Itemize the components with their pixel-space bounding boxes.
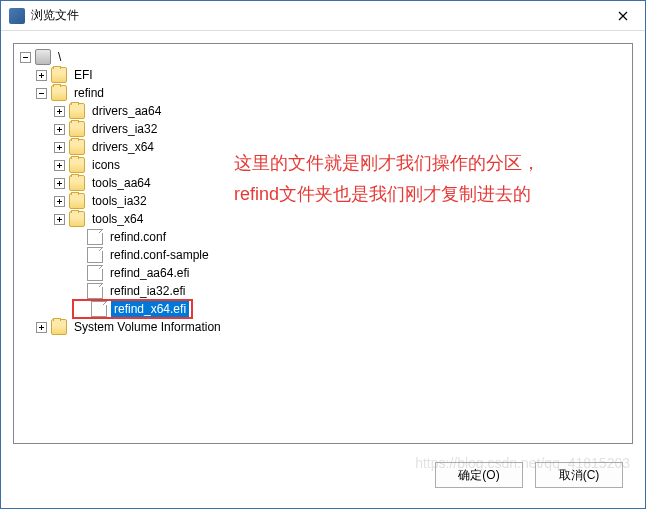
spacer — [72, 232, 83, 243]
tree-label: drivers_x64 — [89, 139, 157, 155]
tree-file[interactable]: refind.conf-sample — [18, 246, 628, 264]
tree-label: refind_x64.efi — [111, 301, 189, 317]
tree-label: tools_ia32 — [89, 193, 150, 209]
file-icon — [87, 265, 103, 281]
folder-icon — [51, 67, 67, 83]
tree-panel: \ EFI refind drivers_aa64 drivers_ia3 — [13, 43, 633, 444]
file-icon — [91, 301, 107, 317]
expand-icon[interactable] — [54, 196, 65, 207]
tree-label: icons — [89, 157, 123, 173]
tree-label: drivers_ia32 — [89, 121, 160, 137]
expand-icon[interactable] — [54, 160, 65, 171]
folder-icon — [69, 139, 85, 155]
spacer — [72, 250, 83, 261]
close-button[interactable] — [600, 1, 645, 31]
folder-icon — [69, 121, 85, 137]
file-icon — [87, 229, 103, 245]
tree-file[interactable]: refind.conf — [18, 228, 628, 246]
spacer — [76, 304, 87, 315]
tree-label: refind — [71, 85, 107, 101]
window-title: 浏览文件 — [31, 7, 79, 24]
tree-folder-svi[interactable]: System Volume Information — [18, 318, 628, 336]
folder-icon — [51, 319, 67, 335]
expand-icon[interactable] — [54, 124, 65, 135]
expand-icon[interactable] — [54, 142, 65, 153]
tree-label: tools_aa64 — [89, 175, 154, 191]
tree-folder-efi[interactable]: EFI — [18, 66, 628, 84]
close-icon — [618, 11, 628, 21]
tree-folder[interactable]: tools_x64 — [18, 210, 628, 228]
tree-folder[interactable]: drivers_ia32 — [18, 120, 628, 138]
annotation-line: refind文件夹也是我们刚才复制进去的 — [234, 179, 540, 210]
folder-open-icon — [51, 85, 67, 101]
tree-folder[interactable]: drivers_aa64 — [18, 102, 628, 120]
tree-root[interactable]: \ — [18, 48, 628, 66]
annotation-text: 这里的文件就是刚才我们操作的分区， refind文件夹也是我们刚才复制进去的 — [234, 148, 540, 209]
folder-icon — [69, 211, 85, 227]
tree-label: EFI — [71, 67, 96, 83]
collapse-icon[interactable] — [36, 88, 47, 99]
titlebar: 浏览文件 — [1, 1, 645, 31]
tree-label: refind_ia32.efi — [107, 283, 188, 299]
tree-label: refind_aa64.efi — [107, 265, 192, 281]
tree-file-selected[interactable]: refind_x64.efi — [18, 300, 628, 318]
tree-label: drivers_aa64 — [89, 103, 164, 119]
ok-button[interactable]: 确定(O) — [435, 462, 523, 488]
content-area: \ EFI refind drivers_aa64 drivers_ia3 — [1, 31, 645, 508]
expand-icon[interactable] — [54, 106, 65, 117]
drive-icon — [35, 49, 51, 65]
app-icon — [9, 8, 25, 24]
folder-icon — [69, 193, 85, 209]
folder-icon — [69, 157, 85, 173]
tree-label: tools_x64 — [89, 211, 146, 227]
annotation-highlight: refind_x64.efi — [72, 299, 193, 319]
tree-file[interactable]: refind_aa64.efi — [18, 264, 628, 282]
folder-icon — [69, 175, 85, 191]
tree-file[interactable]: refind_ia32.efi — [18, 282, 628, 300]
spacer — [72, 268, 83, 279]
annotation-line: 这里的文件就是刚才我们操作的分区， — [234, 148, 540, 179]
spacer — [72, 286, 83, 297]
tree-label: System Volume Information — [71, 319, 224, 335]
cancel-button[interactable]: 取消(C) — [535, 462, 623, 488]
expand-icon[interactable] — [36, 70, 47, 81]
folder-icon — [69, 103, 85, 119]
tree-label: refind.conf-sample — [107, 247, 212, 263]
tree-label: \ — [55, 49, 64, 65]
dialog-window: 浏览文件 \ EFI refind — [0, 0, 646, 509]
file-icon — [87, 283, 103, 299]
file-icon — [87, 247, 103, 263]
tree-label: refind.conf — [107, 229, 169, 245]
collapse-icon[interactable] — [20, 52, 31, 63]
expand-icon[interactable] — [54, 214, 65, 225]
expand-icon[interactable] — [54, 178, 65, 189]
tree-folder-refind[interactable]: refind — [18, 84, 628, 102]
button-row: 确定(O) 取消(C) — [13, 454, 633, 496]
expand-icon[interactable] — [36, 322, 47, 333]
